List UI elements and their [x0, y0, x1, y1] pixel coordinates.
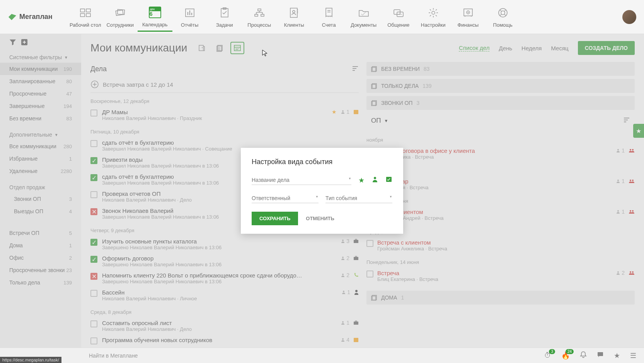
sidebar-item[interactable]: Запланированные80 [0, 75, 81, 87]
group-count: 3 [416, 100, 419, 106]
task-item[interactable]: ✓Изучить основные пункты каталогаЗаверше… [90, 236, 359, 253]
sidebar-item[interactable]: Удаленные2280 [0, 165, 81, 177]
sidebar-item[interactable]: Встречи ОП5 [0, 227, 81, 239]
cancel-button[interactable]: ОТМЕНИТЬ [303, 212, 337, 225]
nav-communication[interactable]: Общение [381, 2, 416, 32]
task-item[interactable]: Встреча с клиентомГройсман Анжелика · Вс… [366, 237, 635, 254]
user-avatar[interactable] [622, 10, 636, 24]
sidebar-item[interactable]: Только дела139 [0, 276, 81, 289]
task-item[interactable]: ча Вебинарсова Софья · Встреча1 [366, 176, 635, 193]
sort-icon[interactable] [623, 117, 630, 125]
fire-icon[interactable]: 🔥24 [561, 351, 570, 360]
logo[interactable]: Мегаплан [8, 12, 53, 22]
sidebar-item[interactable]: Выезды ОП4 [0, 205, 81, 217]
group-header[interactable]: БЕЗ ВРЕМЕНИ83 [366, 62, 635, 76]
nav-tasks[interactable]: Задачи [207, 2, 242, 32]
list-button[interactable] [213, 42, 227, 54]
copy-button[interactable] [195, 42, 209, 54]
nav-employees[interactable]: Сотрудники [103, 2, 138, 32]
task-checkbox[interactable] [90, 140, 97, 147]
field-name[interactable]: Название дела▼ [252, 175, 351, 185]
task-checkbox[interactable] [90, 110, 97, 116]
sidebar-item[interactable]: Завершенные194 [0, 100, 81, 112]
task-item[interactable]: ДР МамыНиколаев Валерий Николаевич · Пра… [90, 106, 359, 123]
sidebar-label: Звонки ОП [14, 196, 41, 202]
bell-icon[interactable] [580, 351, 587, 360]
person-icon[interactable] [371, 176, 378, 185]
task-checkbox[interactable]: ✕ [90, 208, 97, 215]
menu-icon[interactable]: ☰ [630, 351, 636, 360]
task-checkbox[interactable] [90, 320, 97, 327]
add-task-row[interactable] [90, 76, 359, 93]
task-checkbox[interactable] [90, 290, 97, 297]
task-item[interactable]: Обед с клиентомТрофимов Андрей · Встреча… [366, 206, 635, 223]
task-checkbox[interactable] [90, 337, 97, 344]
task-checkbox[interactable] [366, 271, 373, 277]
sidebar-item[interactable]: Без времени83 [0, 112, 81, 125]
sidebar-section-sales[interactable]: Отдел продаж [0, 182, 81, 193]
nav-settings[interactable]: Настройки [416, 2, 451, 32]
star-icon[interactable]: ★ [358, 176, 365, 185]
task-checkbox[interactable] [366, 240, 373, 247]
nav-help[interactable]: Помощь [486, 2, 520, 32]
tab-month[interactable]: Месяц [551, 45, 568, 51]
sidebar-item[interactable]: Мои коммуникации190 [0, 63, 81, 75]
task-item[interactable]: ✕Напомнить клиенту 220 Вольт о приближаю… [90, 270, 359, 287]
favorites-tab[interactable]: ★ [633, 124, 644, 138]
task-checkbox[interactable]: ✓ [90, 256, 97, 263]
task-checkbox[interactable]: ✕ [90, 273, 97, 280]
chat-icon[interactable] [597, 351, 604, 360]
filter-icon[interactable] [9, 39, 16, 46]
task-item[interactable]: ✓Оформить договорЗавершено Николаев Вале… [90, 253, 359, 270]
task-checkbox[interactable]: ✓ [90, 157, 97, 164]
field-event-type[interactable]: Тип события▼ [325, 193, 392, 203]
nav-documents[interactable]: Документы [346, 2, 381, 32]
global-search[interactable]: Найти в Мегаплане [89, 353, 138, 359]
field-responsible[interactable]: Ответственный▼ [252, 193, 319, 203]
sidebar-item[interactable]: Офис2 [0, 252, 81, 264]
sidebar-section-additional[interactable]: Дополнительные▼ [0, 129, 81, 140]
nav-calendar[interactable]: дек6Календарь [138, 2, 172, 32]
task-item[interactable]: Программа обучения новых сотрудников4 [90, 334, 359, 347]
tab-week[interactable]: Неделя [521, 45, 542, 51]
task-title: сдать отчёт в бухгалтерию [102, 139, 354, 146]
add-filter-icon[interactable] [21, 39, 28, 46]
svg-point-23 [293, 10, 295, 13]
task-item[interactable]: мление договора в офисе у клиентаман Анж… [366, 145, 635, 162]
logo-text: Мегаплан [19, 13, 53, 21]
sidebar-item[interactable]: Все коммуникации280 [0, 140, 81, 152]
calendar-check-icon[interactable] [385, 176, 392, 185]
nav-desktop[interactable]: Рабочий стол [68, 2, 103, 32]
nav-finance[interactable]: Финансы [451, 2, 486, 32]
sidebar-item[interactable]: Избранные1 [0, 152, 81, 165]
sort-icon[interactable] [352, 66, 359, 73]
group-expanded[interactable]: ОП▼ [366, 113, 635, 128]
nav-reports[interactable]: Отчёты [172, 2, 207, 32]
task-checkbox[interactable] [90, 191, 97, 198]
group-header[interactable]: ТОЛЬКО ДЕЛА139 [366, 79, 635, 93]
sidebar-item[interactable]: Дома1 [0, 239, 81, 252]
task-item[interactable]: БассейнНиколаев Валерий Николаевич · Лич… [90, 287, 359, 304]
sidebar-item[interactable]: Просроченные47 [0, 87, 81, 100]
group-header[interactable]: ЗВОНКИ ОП3 [366, 96, 635, 110]
star-icon[interactable]: ★ [614, 351, 620, 360]
tab-list[interactable]: Список дел [459, 45, 489, 51]
group-header[interactable]: ДОМА 1 [366, 291, 635, 305]
task-item[interactable]: ВстречаБлиц Екатерина · Встреча2 [366, 267, 635, 284]
card-view-button[interactable] [230, 42, 244, 54]
create-button[interactable]: СОЗДАТЬ ДЕЛО [578, 41, 635, 55]
add-task-input[interactable] [103, 81, 359, 88]
svg-point-90 [617, 210, 619, 212]
sidebar-item[interactable]: Просроченные звонки23 [0, 264, 81, 276]
stopwatch-icon[interactable]: ⏱3 [544, 351, 551, 360]
sidebar-item[interactable]: Звонки ОП3 [0, 193, 81, 205]
nav-invoices[interactable]: Счета [312, 2, 346, 32]
save-button[interactable]: СОХРАНИТЬ [252, 212, 298, 225]
sidebar-section-system[interactable]: Системные фильтры▼ [0, 52, 81, 63]
nav-clients[interactable]: Клиенты [277, 2, 312, 32]
task-checkbox[interactable]: ✓ [90, 174, 97, 181]
task-checkbox[interactable]: ✓ [90, 239, 97, 246]
nav-processes[interactable]: Процессы [242, 2, 277, 32]
task-item[interactable]: Составить опросный листНиколаев Валерий … [90, 317, 359, 334]
tab-day[interactable]: День [499, 45, 512, 51]
